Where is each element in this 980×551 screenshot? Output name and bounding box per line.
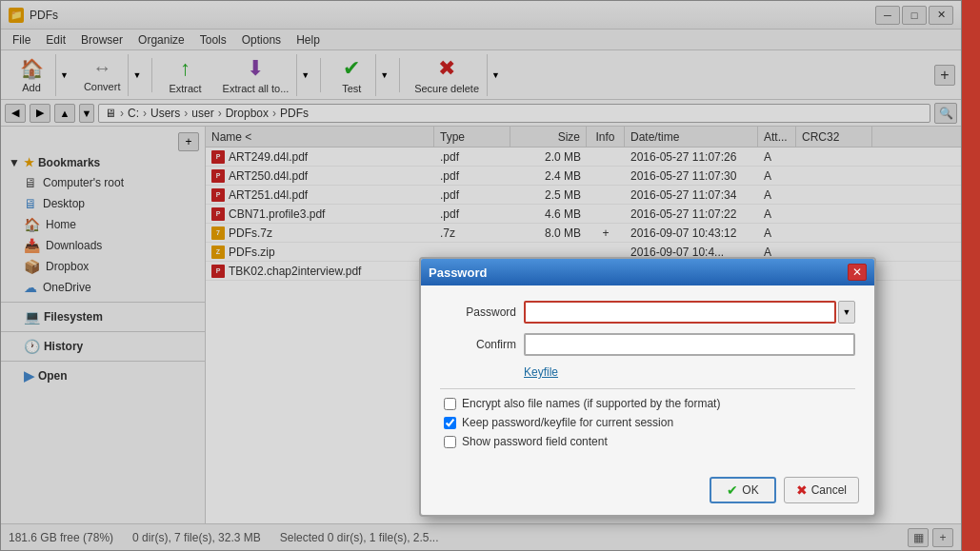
confirm-row: Confirm xyxy=(440,333,855,356)
dialog-divider xyxy=(440,388,855,389)
cancel-x-icon: ✖ xyxy=(796,482,808,498)
ok-label: OK xyxy=(742,483,758,497)
checkbox-show-content-row: Show password field content xyxy=(440,435,855,448)
checkbox-keep-password-label: Keep password/keyfile for current sessio… xyxy=(462,416,673,429)
password-input-wrap: ▼ xyxy=(524,301,855,324)
checkbox-encrypt-names-row: Encrypt also file names (if supported by… xyxy=(440,397,855,410)
checkbox-encrypt-names[interactable] xyxy=(444,398,456,410)
dialog-close-button[interactable]: ✕ xyxy=(848,264,867,281)
dialog-footer: ✔ OK ✖ Cancel xyxy=(421,469,874,515)
cancel-button[interactable]: ✖ Cancel xyxy=(784,477,859,503)
cancel-label: Cancel xyxy=(811,483,847,497)
checkbox-keep-password-row: Keep password/keyfile for current sessio… xyxy=(440,416,855,429)
checkbox-show-content[interactable] xyxy=(444,436,456,448)
password-dropdown-button[interactable]: ▼ xyxy=(838,301,855,324)
checkbox-show-content-label: Show password field content xyxy=(462,435,608,448)
confirm-input-wrap xyxy=(524,333,855,356)
ok-check-icon: ✔ xyxy=(727,482,738,498)
confirm-input[interactable] xyxy=(524,333,855,356)
dialog-title: Password xyxy=(429,266,487,280)
keyfile-link[interactable]: Keyfile xyxy=(524,365,558,379)
dialog-content: Password ▼ Confirm Keyfile Encrypt also … xyxy=(421,285,874,469)
confirm-label: Confirm xyxy=(440,338,516,351)
dialog-title-bar: Password ✕ xyxy=(421,259,874,285)
ok-button[interactable]: ✔ OK xyxy=(710,477,775,503)
password-row: Password ▼ xyxy=(440,301,855,324)
password-input[interactable] xyxy=(524,301,836,324)
checkbox-keep-password[interactable] xyxy=(444,417,456,429)
password-dialog: Password ✕ Password ▼ Confirm Keyfile xyxy=(419,257,876,517)
checkbox-encrypt-names-label: Encrypt also file names (if supported by… xyxy=(462,397,720,410)
password-label: Password xyxy=(440,305,516,319)
